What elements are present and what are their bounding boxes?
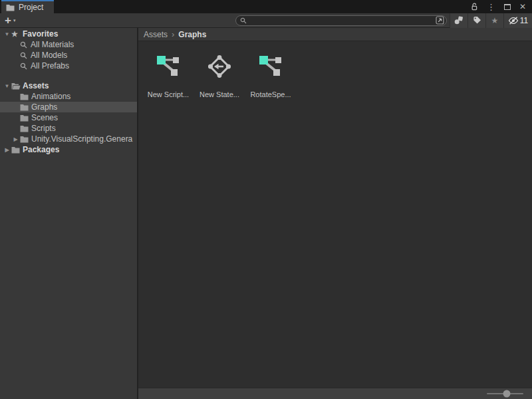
lock-icon[interactable]	[471, 3, 478, 11]
expander-icon[interactable]: ▶	[11, 136, 20, 142]
breadcrumb-graphs[interactable]: Graphs	[178, 30, 206, 39]
asset-grid: New Script... New S	[138, 41, 532, 388]
sidebar-item-all-materials[interactable]: All Materials	[0, 39, 137, 50]
sidebar-section-assets[interactable]: ▼ Assets	[0, 80, 137, 91]
tab-project[interactable]: Project	[1, 0, 54, 13]
folder-icon	[6, 4, 15, 11]
status-bar	[138, 388, 532, 399]
asset-item-new-state[interactable]: New State...	[195, 49, 244, 98]
eye-slash-icon	[508, 17, 519, 25]
sidebar-item-graphs[interactable]: Graphs	[0, 102, 137, 112]
toolbar: + ▾	[0, 13, 532, 28]
open-search-window-icon[interactable]	[436, 16, 444, 25]
search-by-type-button[interactable]	[450, 13, 467, 28]
asset-label: New State...	[200, 90, 239, 98]
save-search-button[interactable]: ★	[485, 13, 503, 28]
star-icon: ★	[11, 31, 23, 38]
folder-icon	[20, 104, 31, 111]
search-by-label-button[interactable]	[467, 13, 485, 28]
open-folder-icon	[11, 82, 23, 90]
sidebar-section-favorites[interactable]: ▼ ★ Favorites	[0, 29, 137, 39]
window-controls: ⋮ ✕	[471, 0, 532, 13]
zoom-slider-handle[interactable]	[503, 390, 511, 398]
zoom-slider[interactable]	[487, 393, 523, 394]
hidden-count: 11	[520, 16, 528, 25]
sidebar-item-scripts[interactable]: Scripts	[0, 123, 137, 134]
breadcrumb: Assets › Graphs	[138, 28, 532, 41]
expander-icon[interactable]: ▼	[3, 83, 11, 89]
folder-icon	[20, 114, 31, 122]
chevron-down-icon: ▾	[13, 18, 16, 23]
expander-icon[interactable]: ▶	[3, 147, 11, 153]
search-filter-group: ★ 11	[450, 13, 532, 28]
state-graph-icon	[208, 52, 231, 81]
folder-icon	[20, 136, 31, 143]
folder-icon	[20, 93, 31, 100]
maximize-icon[interactable]	[504, 4, 511, 10]
sidebar-item-unity-visualscripting[interactable]: ▶ Unity.VisualScripting.Genera	[0, 134, 137, 144]
search-icon	[240, 17, 247, 24]
breadcrumb-assets[interactable]: Assets	[144, 30, 168, 39]
star-icon: ★	[491, 16, 499, 25]
asset-item-new-script[interactable]: New Script...	[144, 49, 193, 98]
sidebar-item-scenes[interactable]: Scenes	[0, 112, 137, 123]
asset-label: RotateSpe...	[250, 90, 291, 98]
content-panel: Assets › Graphs New Script.	[138, 28, 532, 399]
main-area: ▼ ★ Favorites All Materials All Models	[0, 28, 532, 399]
close-icon[interactable]: ✕	[519, 3, 526, 11]
tab-title: Project	[19, 3, 43, 12]
menu-icon[interactable]: ⋮	[487, 3, 495, 11]
create-button[interactable]: + ▾	[0, 13, 20, 28]
tag-icon	[473, 16, 481, 25]
chevron-right-icon: ›	[172, 30, 174, 39]
sidebar-item-all-prefabs[interactable]: All Prefabs	[0, 61, 137, 71]
folder-tree: ▼ ★ Favorites All Materials All Models	[0, 28, 138, 399]
search-icon	[20, 41, 31, 49]
sidebar-item-all-models[interactable]: All Models	[0, 50, 137, 61]
folder-icon	[11, 146, 23, 154]
tab-bar: Project ⋮ ✕	[0, 0, 532, 13]
section-gap	[0, 71, 137, 80]
asset-item-rotatespe[interactable]: RotateSpe...	[246, 49, 295, 98]
sidebar-section-packages[interactable]: ▶ Packages	[0, 144, 137, 155]
search-icon	[20, 52, 31, 59]
plus-icon: +	[5, 15, 11, 26]
script-graph-icon	[157, 52, 180, 81]
search-field	[235, 15, 447, 26]
project-window: Project ⋮ ✕ + ▾	[0, 0, 532, 399]
type-filter-icon	[454, 16, 464, 25]
hidden-packages-toggle[interactable]: 11	[503, 13, 532, 28]
folder-icon	[20, 125, 31, 132]
script-graph-icon	[259, 52, 282, 81]
search-icon	[20, 63, 31, 70]
expander-icon[interactable]: ▼	[3, 31, 11, 37]
search-input[interactable]	[249, 16, 436, 25]
asset-label: New Script...	[148, 90, 189, 98]
sidebar-item-animations[interactable]: Animations	[0, 91, 137, 102]
